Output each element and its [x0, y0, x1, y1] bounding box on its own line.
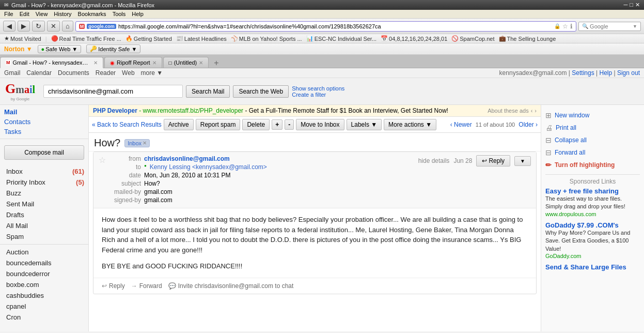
ad-nav-next[interactable]: › — [535, 108, 537, 114]
report-spam-button[interactable]: Report spam — [196, 119, 241, 130]
tab-gmail[interactable]: M Gmail - How? - kennysadex@gma... ✕ — [0, 57, 103, 68]
address-input[interactable] — [118, 23, 552, 29]
address-bar[interactable]: M google.com 🔒 ☆ ℹ — [75, 21, 576, 32]
increase-importance-button[interactable]: + — [272, 119, 282, 130]
menu-file[interactable]: File — [4, 11, 13, 17]
browser-search-input[interactable] — [590, 23, 631, 29]
sidebar-item-all-mail[interactable]: All Mail — [0, 220, 88, 231]
ad-1-title-link[interactable]: Easy + free file sharing — [545, 187, 619, 195]
from-email[interactable]: chrisdavisonline@gmail.com — [144, 155, 230, 162]
maximize-btn[interactable]: □ — [630, 2, 633, 8]
sidebar-link-contacts[interactable]: Contacts — [4, 117, 84, 127]
to-name[interactable]: Kenny Lessing <kennysadex@gmail.com> — [150, 163, 267, 171]
forward-button[interactable]: ▶ — [18, 21, 30, 32]
minimize-btn[interactable]: ─ — [624, 2, 628, 8]
info-icon[interactable]: ℹ — [570, 23, 573, 30]
sidebar-item-priority-inbox[interactable]: Priority Inbox (5) — [0, 177, 88, 188]
tab-ripoff[interactable]: ◉ Ripoff Report ✕ — [104, 57, 162, 68]
bookmark-spamcop[interactable]: 🚫 SpamCop.net — [451, 35, 494, 42]
more-actions-button[interactable]: More actions ▼ — [384, 119, 436, 130]
nav-calendar[interactable]: Calendar — [26, 69, 52, 77]
bookmark-dates[interactable]: 📅 04,8,12,16,20,24,28,01 — [381, 35, 447, 42]
create-filter-link[interactable]: Create a filter — [292, 92, 344, 98]
nav-reader[interactable]: Reader — [96, 69, 116, 77]
archive-button[interactable]: Archive — [164, 119, 194, 130]
search-web-button[interactable]: Search the Web — [233, 85, 289, 98]
sidebar-item-cron[interactable]: Cron — [0, 312, 88, 323]
decrease-importance-button[interactable]: - — [285, 119, 294, 130]
new-tab-button[interactable]: + — [210, 58, 223, 68]
safe-web-button[interactable]: ● Safe Web ▼ — [38, 45, 82, 53]
ad-2-title-link[interactable]: GoDaddy $7.99 .COM's — [545, 221, 619, 229]
ad-sponsor-link[interactable]: PHP Developer — [93, 107, 137, 114]
compose-mail-button[interactable]: Compose mail — [4, 145, 84, 160]
nav-more[interactable]: more ▼ — [141, 69, 163, 77]
bookmark-most-visited[interactable]: ★ Most Visited — [4, 35, 41, 42]
new-window-link[interactable]: ⊞ New window — [545, 109, 640, 122]
turn-off-highlighting-link[interactable]: ✏ Turn off highlighting — [545, 159, 640, 171]
menu-edit[interactable]: Edit — [20, 11, 29, 17]
ad-nav-prev[interactable]: ‹ — [531, 108, 533, 114]
bookmark-mlb[interactable]: ⚾ MLB on Yahoo! Sports ... — [231, 35, 302, 42]
reply-dropdown-button[interactable]: ▼ — [514, 156, 531, 166]
collapse-all-link[interactable]: ⊟ Collapse all — [545, 134, 640, 146]
bookmark-headlines[interactable]: 📰 Latest Headlines — [176, 35, 227, 42]
sidebar-item-drafts[interactable]: Drafts — [0, 209, 88, 220]
sidebar-item-buzz[interactable]: Buzz — [0, 188, 88, 199]
bookmark-traffic[interactable]: 🔴 Real Time Traffic Free ... — [51, 35, 121, 42]
ad-3-title-link[interactable]: Send & Share Large Files — [545, 263, 626, 271]
bookmark-getting-started[interactable]: 🔥 Getting Started — [125, 35, 172, 42]
sidebar-link-tasks[interactable]: Tasks — [4, 127, 84, 137]
show-search-options-link[interactable]: Show search options — [292, 85, 344, 92]
reply-button-header[interactable]: ↩ Reply — [476, 155, 510, 166]
sidebar-item-boundcederror[interactable]: boundcederror — [0, 268, 88, 279]
menu-view[interactable]: View — [36, 11, 48, 17]
settings-link[interactable]: Settings — [572, 69, 594, 77]
bookmark-esc[interactable]: 📊 ESC-NC Individual Ser... — [306, 35, 376, 42]
print-all-link[interactable]: 🖨 Print all — [545, 122, 640, 134]
sidebar-item-cpanel[interactable]: cpanel — [0, 301, 88, 312]
footer-invite-chat-link[interactable]: 💬 Invite chrisdavisonline@gmail.com to c… — [168, 282, 294, 290]
sidebar-item-sent[interactable]: Sent Mail — [0, 199, 88, 209]
sidebar-link-mail[interactable]: Mail — [4, 107, 84, 117]
tab-untitled-close[interactable]: ✕ — [199, 60, 203, 66]
identity-button[interactable]: 🔑 Identity Safe ▼ — [86, 44, 140, 53]
home-button[interactable]: ⌂ — [62, 21, 73, 32]
footer-forward-button[interactable]: → Forward — [131, 282, 162, 290]
menu-tools[interactable]: Tools — [113, 11, 126, 17]
tab-gmail-close[interactable]: ✕ — [93, 60, 98, 66]
menu-help[interactable]: Help — [132, 11, 144, 17]
sidebar-item-inbox[interactable]: Inbox (61) — [0, 166, 88, 177]
close-btn[interactable]: ✕ — [635, 2, 640, 8]
star-icon[interactable]: ☆ — [99, 155, 106, 165]
older-link[interactable]: Older › — [519, 121, 538, 128]
norton-logo[interactable]: Norton ▼ — [4, 46, 33, 53]
search-dropdown-icon[interactable]: ▼ — [633, 24, 637, 29]
help-link[interactable]: Help — [599, 69, 612, 77]
sidebar-item-cashbuddies[interactable]: cashbuddies — [0, 290, 88, 301]
back-button[interactable]: ◀ — [3, 21, 15, 32]
back-to-search-button[interactable]: « Back to Search Results — [92, 121, 162, 128]
menu-bookmarks[interactable]: Bookmarks — [78, 11, 106, 17]
reload-button[interactable]: ↻ — [32, 21, 45, 32]
about-these-ads-link[interactable]: About these ads — [488, 108, 529, 114]
sidebar-item-boxbe[interactable]: boxbe.com — [0, 279, 88, 290]
nav-web[interactable]: Web — [122, 69, 134, 77]
labels-button[interactable]: Labels ▼ — [347, 119, 382, 130]
newer-link[interactable]: ‹ Newer — [450, 121, 472, 128]
sidebar-item-auction[interactable]: Auction — [0, 247, 88, 258]
nav-gmail[interactable]: Gmail — [4, 69, 20, 77]
hide-details-link[interactable]: hide details — [418, 157, 450, 164]
tab-ripoff-close[interactable]: ✕ — [152, 60, 156, 66]
bookmark-selling-lounge[interactable]: 💼 The Selling Lounge — [499, 35, 556, 42]
forward-all-link[interactable]: ⊟ Forward all — [545, 146, 640, 159]
move-to-inbox-button[interactable]: Move to Inbox — [296, 119, 344, 130]
nav-documents[interactable]: Documents — [58, 69, 89, 77]
search-mail-input[interactable] — [43, 85, 183, 98]
stop-button[interactable]: ✕ — [47, 21, 60, 32]
sidebar-item-bouncedemails[interactable]: bouncedemails — [0, 258, 88, 268]
bookmark-star-icon[interactable]: ☆ — [562, 23, 568, 30]
menu-history[interactable]: History — [54, 11, 71, 17]
delete-button[interactable]: Delete — [242, 119, 270, 130]
tab-untitled[interactable]: □ (Untitled) ✕ — [163, 57, 209, 68]
